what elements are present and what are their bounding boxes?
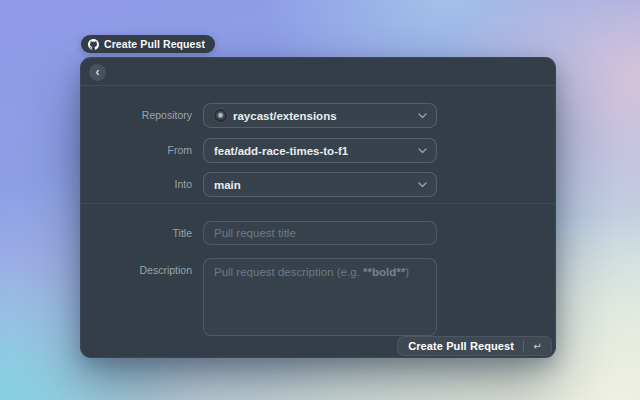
- title-label: Title: [80, 221, 192, 245]
- repository-label: Repository: [80, 103, 192, 128]
- chevron-down-icon: [418, 148, 427, 154]
- command-badge-label: Create Pull Request: [104, 38, 205, 50]
- create-pull-request-button[interactable]: Create Pull Request ↵: [397, 336, 552, 356]
- chevron-down-icon: [418, 113, 427, 119]
- description-placeholder-suffix: ): [405, 266, 409, 278]
- header-divider: [80, 85, 556, 86]
- from-branch-dropdown[interactable]: feat/add-race-times-to-f1: [203, 138, 437, 163]
- description-label: Description: [80, 264, 192, 276]
- chevron-left-icon: ‹: [96, 66, 100, 78]
- back-button[interactable]: ‹: [89, 64, 106, 81]
- into-branch-dropdown[interactable]: main: [203, 172, 437, 197]
- section-divider: [80, 203, 556, 204]
- return-key-icon: ↵: [524, 341, 551, 352]
- repository-dropdown[interactable]: raycast/extensions: [203, 103, 437, 128]
- description-placeholder-prefix: Pull request description (e.g.: [214, 266, 363, 278]
- github-icon: [88, 39, 99, 50]
- into-label: Into: [80, 172, 192, 197]
- from-branch-value: feat/add-race-times-to-f1: [214, 145, 348, 157]
- from-label: From: [80, 138, 192, 163]
- title-input[interactable]: [203, 221, 437, 245]
- description-placeholder-bold: **bold**: [363, 266, 405, 278]
- chevron-down-icon: [418, 182, 427, 188]
- description-textarea[interactable]: Pull request description (e.g. **bold**): [203, 258, 437, 336]
- create-pull-request-window: ‹ Repository raycast/extensions From fea…: [80, 57, 556, 358]
- repository-value: raycast/extensions: [233, 110, 337, 122]
- repository-avatar-icon: [214, 109, 227, 122]
- command-badge: Create Pull Request: [81, 35, 215, 53]
- create-pull-request-button-label: Create Pull Request: [408, 340, 514, 352]
- into-branch-value: main: [214, 179, 241, 191]
